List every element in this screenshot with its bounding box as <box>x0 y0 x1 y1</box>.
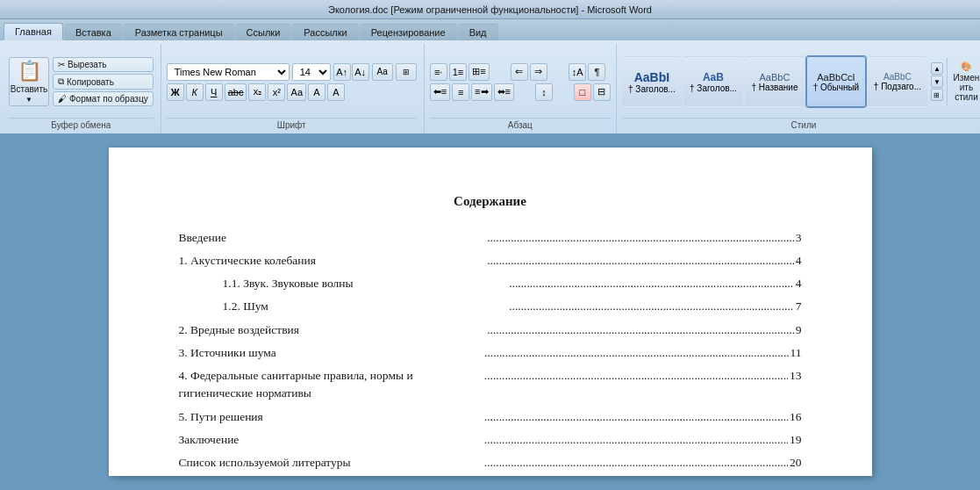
clear-formatting-button[interactable]: Aa <box>372 63 393 81</box>
toc-entry-page: 16 <box>790 408 802 426</box>
bullets-button[interactable]: ≡· <box>430 63 447 81</box>
toc-entry: Введение................................… <box>179 229 802 247</box>
toc-entry-text: 2. Вредные воздействия <box>179 321 486 339</box>
increase-indent-button[interactable]: ⇒ <box>530 63 547 81</box>
toc-dots: ........................................… <box>484 454 788 472</box>
toc-entry: 4. Федеральные санитарные правила, нормы… <box>179 367 802 403</box>
font-name-select[interactable]: Times New Roman <box>167 63 290 81</box>
style-heading2[interactable]: AaB † Заголов... <box>683 56 743 107</box>
style-subtitle[interactable]: AaBbC † Подзаго... <box>868 56 927 107</box>
subscript-button[interactable]: x₂ <box>248 83 266 101</box>
toc-entry-page: 4 <box>796 252 802 270</box>
tab-references[interactable]: Ссылки <box>235 24 292 40</box>
clipboard-label: Буфер обмена <box>9 118 154 132</box>
sort-button[interactable]: ↕A <box>569 63 587 81</box>
styles-label: Стили <box>622 118 980 132</box>
superscript-button[interactable]: x² <box>268 83 285 101</box>
bold-button[interactable]: Ж <box>167 83 184 101</box>
toc-dots: ........................................… <box>509 275 794 292</box>
strikethrough-button[interactable]: аbc <box>225 83 247 101</box>
toc-entry-page: 4 <box>796 275 802 292</box>
toc-entry-page: 11 <box>790 344 802 362</box>
format-painter-button[interactable]: 🖌 Формат по образцу <box>53 91 154 106</box>
numbering-button[interactable]: 1≡ <box>449 63 468 81</box>
text-color-button[interactable]: А <box>327 83 345 101</box>
toc-dots: ........................................… <box>484 408 788 426</box>
toc-entry: Список используемой литературы..........… <box>179 454 802 472</box>
para-controls: ≡· 1≡ ⊞≡ ⇐ ⇒ ↕A ¶ ⬅≡ ≡ ≡➡ ⬌≡ <box>430 63 611 101</box>
tab-view[interactable]: Вид <box>458 24 498 40</box>
align-left-button[interactable]: ⬅≡ <box>430 83 450 101</box>
font-group: Times New Roman 14 A↑ A↓ Aa ⊞ <box>161 44 425 133</box>
toc-entry-text: 5. Пути решения <box>179 408 483 426</box>
para-row-2: ⬅≡ ≡ ≡➡ ⬌≡ ↕ □ ⊟ <box>430 83 611 101</box>
styles-list: AaBbI † Заголов... AaB † Заголов... AaBb… <box>622 56 943 107</box>
toc-entry-text: 4. Федеральные санитарные правила, нормы… <box>179 367 483 403</box>
toc-dots: ........................................… <box>484 344 789 362</box>
styles-scroll-down-button[interactable]: ▼ <box>931 76 943 88</box>
tab-mailings[interactable]: Рассылки <box>292 24 358 40</box>
line-spacing-button[interactable]: ↕ <box>535 83 553 101</box>
toc-entry-text: 1. Акустические колебания <box>179 252 486 270</box>
style-title[interactable]: AaBbC † Название <box>745 56 805 107</box>
toc-entry-text: 1.1. Звук. Звуковые волны <box>179 275 508 292</box>
show-hide-button[interactable]: ¶ <box>588 63 605 81</box>
align-center-button[interactable]: ≡ <box>452 83 469 101</box>
italic-button[interactable]: К <box>186 83 204 101</box>
ribbon: Главная Вставка Разметка страницы Ссылки… <box>0 19 980 133</box>
tab-layout[interactable]: Разметка страницы <box>124 24 234 40</box>
toc-entry: 3. Источники шума.......................… <box>179 344 802 362</box>
paste-button[interactable]: 📋 Вставить ▼ <box>9 57 49 106</box>
decrease-indent-button[interactable]: ⇐ <box>511 63 528 81</box>
toc-entry: 1.2. Шум................................… <box>179 298 802 315</box>
justify-button[interactable]: ⬌≡ <box>494 83 514 101</box>
tab-home[interactable]: Главная <box>4 23 63 40</box>
styles-expand-button[interactable]: ⊞ <box>931 89 943 101</box>
toc-entry: 5. Пути решения.........................… <box>179 408 802 426</box>
multilevel-button[interactable]: ⊞≡ <box>469 63 489 81</box>
edit-styles-icon: 🎨 <box>961 61 971 71</box>
styles-scroll-up-button[interactable]: ▲ <box>931 62 943 75</box>
toc-entry-text: Список используемой литературы <box>179 454 483 472</box>
text-highlight-button[interactable]: А <box>308 83 325 101</box>
borders-button[interactable]: ⊟ <box>593 83 611 101</box>
style-normal[interactable]: AaBbCcI † Обычный <box>806 56 866 107</box>
shading-button[interactable]: □ <box>574 83 591 101</box>
font-row-1: Times New Roman 14 A↑ A↓ Aa ⊞ <box>167 63 417 81</box>
toc-entry: 1. Акустические колебания...............… <box>179 252 802 270</box>
font-size-increase-button[interactable]: A↑ <box>333 63 351 81</box>
toc-entry-page: 13 <box>790 367 802 403</box>
separator4 <box>554 83 572 101</box>
title-bar: Экология.doc [Режим ограниченной функцио… <box>0 0 980 19</box>
styles-group-content: AaBbI † Заголов... AaB † Заголов... AaBb… <box>622 46 980 118</box>
para-row-1: ≡· 1≡ ⊞≡ ⇐ ⇒ ↕A ¶ <box>430 63 611 81</box>
separator2 <box>549 63 567 81</box>
tab-review[interactable]: Рецензирование <box>360 24 457 40</box>
copy-button[interactable]: ⧉ Копировать <box>53 74 154 90</box>
font-size-select[interactable]: 14 <box>292 63 331 81</box>
toc-entries: Введение................................… <box>179 229 802 472</box>
font-group-content: Times New Roman 14 A↑ A↓ Aa ⊞ <box>167 46 417 118</box>
paste-arrow[interactable]: ▼ <box>25 96 32 104</box>
toc-entry-text: Введение <box>179 229 486 247</box>
cut-button[interactable]: ✂ Вырезать <box>53 57 154 72</box>
align-right-button[interactable]: ≡➡ <box>471 83 491 101</box>
separator1 <box>491 63 509 81</box>
scissors-icon: ✂ <box>58 60 65 69</box>
toc-entry-page: 20 <box>790 454 802 472</box>
styles-group: AaBbI † Заголов... AaB † Заголов... AaBb… <box>617 44 980 133</box>
styles-scroll-controls: ▲ ▼ ⊞ <box>931 62 943 101</box>
tab-insert[interactable]: Вставка <box>64 24 123 40</box>
font-size-decrease-button[interactable]: A↓ <box>352 63 369 81</box>
underline-button[interactable]: Ч <box>205 83 223 101</box>
separator3 <box>516 83 533 101</box>
toc-entry-page: 9 <box>796 321 802 339</box>
document-area[interactable]: Содержание Введение.....................… <box>0 133 980 490</box>
tab-bar: Главная Вставка Разметка страницы Ссылки… <box>0 19 980 40</box>
toc-entry-text: 3. Источники шума <box>179 344 483 362</box>
style-heading1[interactable]: AaBbI † Заголов... <box>622 56 682 107</box>
edit-styles-button[interactable]: 🎨 Изменить стили <box>947 58 980 105</box>
change-case-button[interactable]: Аа <box>287 83 306 101</box>
document-page: Содержание Введение.....................… <box>109 148 872 476</box>
show-all-button[interactable]: ⊞ <box>396 63 417 81</box>
